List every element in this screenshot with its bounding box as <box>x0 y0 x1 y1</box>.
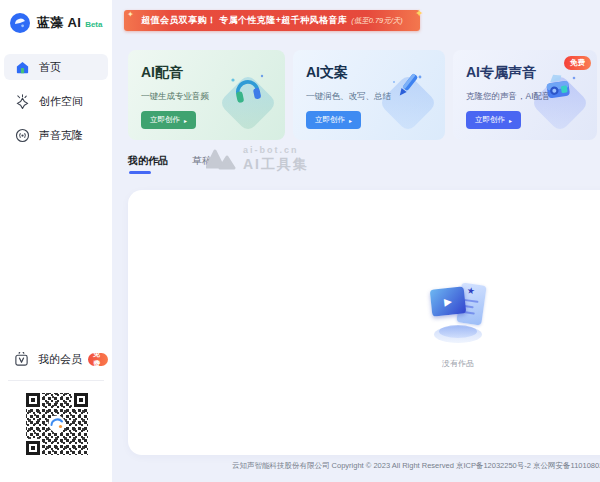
card-subtitle: 克隆您的声音，AI配音 <box>466 91 551 103</box>
sidebar-item-creation-space[interactable]: 创作空间 <box>4 88 108 114</box>
card-subtitle: 一键生成专业音频 <box>141 91 209 103</box>
site-watermark: ai-bot.cn AI工具集 <box>206 145 309 174</box>
card-subtitle: 一键润色、改写、总结 <box>306 91 391 103</box>
sidebar-item-label: 声音克隆 <box>39 128 83 143</box>
card-title: AI专属声音 <box>466 64 536 82</box>
works-tabs: 我的作品 草稿 <box>128 154 212 168</box>
doc-line <box>464 299 478 303</box>
free-badge: 免费 <box>88 353 108 366</box>
empty-state-illustration: ★ ▶ <box>425 279 491 345</box>
brand-name: 蓝藻 AI <box>37 14 81 32</box>
sidebar-item-membership[interactable]: 我的会员 免费 <box>4 346 108 372</box>
sidebar-nav: 首页 创作空间 声音克 <box>4 54 108 156</box>
brand-logo: 蓝藻 AI Beta <box>10 13 102 33</box>
create-now-button[interactable]: 立即创作 ▸ <box>141 111 196 129</box>
create-now-button[interactable]: 立即创作 ▸ <box>306 111 361 129</box>
arrow-right-icon: ▸ <box>184 117 187 124</box>
promo-banner[interactable]: ✦ 超值会员双享购！ 专属个性克隆+超千种风格音库 (低至0.79元/天) ✦ <box>124 10 420 31</box>
app-window: 蓝藻 AI Beta 首页 <box>0 0 600 482</box>
sidebar-divider <box>8 380 104 381</box>
beta-tag: Beta <box>85 20 102 29</box>
sparkle-icon <box>14 93 30 109</box>
sidebar-item-voice-clone[interactable]: 声音克隆 <box>4 122 108 148</box>
watermark-logo-icon <box>206 147 236 173</box>
active-tab-underline <box>129 171 151 174</box>
sidebar: 蓝藻 AI Beta 首页 <box>0 0 112 482</box>
arrow-right-icon: ▸ <box>349 117 352 124</box>
free-badge: 免费 <box>564 56 591 70</box>
pen-icon <box>387 68 427 108</box>
sidebar-item-label: 首页 <box>39 60 61 75</box>
membership-label: 我的会员 <box>38 352 82 367</box>
card-ai-dubbing: AI配音 一键生成专业音频 立即创作 ▸ <box>128 50 285 140</box>
play-icon: ▶ <box>444 296 453 308</box>
create-now-label: 立即创作 <box>150 115 180 125</box>
empty-state-text: 没有作品 <box>128 358 600 369</box>
firework-icon: ✦ <box>415 7 424 20</box>
brand-logo-icon <box>10 13 30 33</box>
voice-wave-icon <box>14 127 30 143</box>
promo-banner-text: 超值会员双享购！ 专属个性克隆+超千种风格音库 <box>141 14 347 27</box>
watermark-name: AI工具集 <box>243 156 309 174</box>
tab-label: 我的作品 <box>128 155 168 166</box>
card-title: AI文案 <box>306 64 348 82</box>
create-now-label: 立即创作 <box>315 115 345 125</box>
sparkle-icon: ✦ <box>127 10 134 19</box>
card-ai-exclusive-voice: 免费 AI专属声音 克隆您的声音，AI配音 立即创作 ▸ <box>453 50 597 140</box>
card-title: AI配音 <box>141 64 183 82</box>
vip-box-icon <box>14 351 29 367</box>
watermark-domain: ai-bot.cn <box>243 145 309 155</box>
create-now-button[interactable]: 立即创作 ▸ <box>466 111 521 129</box>
tab-my-works[interactable]: 我的作品 <box>128 154 168 168</box>
arrow-right-icon: ▸ <box>509 117 512 124</box>
create-now-label: 立即创作 <box>475 115 505 125</box>
media-player-shape: ▶ <box>430 286 467 316</box>
headphones-icon <box>227 68 267 108</box>
star-icon: ★ <box>466 285 475 296</box>
home-icon <box>14 59 30 75</box>
sidebar-item-label: 创作空间 <box>39 94 83 109</box>
qr-code <box>24 391 90 457</box>
sidebar-item-home[interactable]: 首页 <box>4 54 108 80</box>
empty-state: ★ ▶ 没有作品 <box>128 279 600 369</box>
card-ai-copywriting: AI文案 一键润色、改写、总结 立即创作 ▸ <box>293 50 445 140</box>
footer-copyright: 云知声智能科技股份有限公司 Copyright © 2023 All Right… <box>112 461 600 471</box>
promo-banner-note: (低至0.79元/天) <box>351 16 403 26</box>
feature-cards: AI配音 一键生成专业音频 立即创作 ▸ AI文案 一键润色、改写、总结 <box>128 50 597 140</box>
illustration-pedestal <box>439 325 477 338</box>
